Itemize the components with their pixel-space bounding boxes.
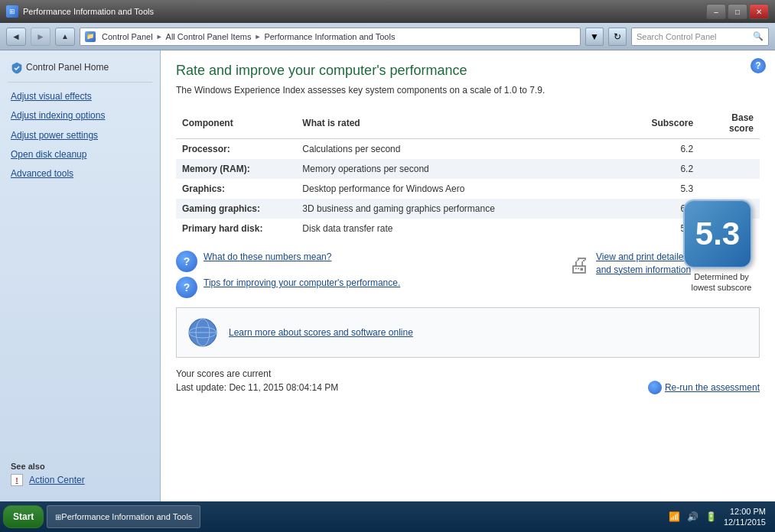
action-center-label: Action Center bbox=[29, 475, 85, 485]
up-button[interactable]: ▲ bbox=[55, 28, 75, 46]
minimize-button[interactable]: – bbox=[706, 4, 726, 19]
sidebar-advanced-tools-label: Advanced tools bbox=[11, 167, 73, 181]
window-icon: ⊞ bbox=[6, 5, 18, 18]
control-panel-home-label: Control Panel Home bbox=[26, 60, 109, 75]
tray-sound-icon[interactable]: 🔊 bbox=[687, 511, 699, 523]
taskbar-item-label: ⊞ bbox=[55, 513, 61, 521]
learn-more-box: Learn more about scores and software onl… bbox=[176, 307, 760, 358]
title-bar: ⊞ Performance Information and Tools – □ … bbox=[0, 0, 775, 23]
score-badge-container: 5.3 Determined by lowest subscore bbox=[683, 200, 760, 294]
sidebar-open-disk-label: Open disk cleanup bbox=[11, 148, 86, 162]
sidebar-adjust-power-label: Adjust power settings bbox=[11, 128, 98, 143]
address-bar: ◄ ► ▲ 📁 Control Panel ► All Control Pane… bbox=[0, 23, 775, 50]
status-section: Your scores are current Last update: Dec… bbox=[176, 367, 760, 394]
globe-icon bbox=[186, 316, 220, 349]
component-processor: Processor: bbox=[176, 139, 296, 160]
performance-table: Component What is rated Subscore Base sc… bbox=[176, 108, 760, 238]
col-basescore: Base score bbox=[699, 108, 760, 139]
component-gaming: Gaming graphics: bbox=[176, 199, 296, 219]
sidebar-open-disk[interactable]: Open disk cleanup bbox=[0, 145, 160, 164]
sidebar-see-also-section: See also ! Action Center bbox=[0, 454, 160, 494]
search-icon: 🔍 bbox=[753, 31, 764, 41]
refresh-button[interactable]: ↻ bbox=[608, 28, 627, 46]
table-row: Gaming graphics: 3D business and gaming … bbox=[176, 199, 760, 219]
breadcrumb-all-items[interactable]: All Control Panel Items bbox=[166, 32, 252, 41]
breadcrumb-arrow-1: ► bbox=[156, 33, 163, 41]
help-icon[interactable]: ? bbox=[751, 58, 766, 73]
close-button[interactable]: ✕ bbox=[749, 4, 769, 19]
folder-icon: 📁 bbox=[85, 31, 96, 42]
what-numbers-link[interactable]: What do these numbers mean? bbox=[204, 251, 331, 264]
tray-battery-icon[interactable]: 🔋 bbox=[705, 511, 718, 523]
status-text: Your scores are current Last update: Dec… bbox=[176, 367, 338, 394]
rerun-label: Re-run the assessment bbox=[665, 382, 760, 393]
search-placeholder: Search Control Panel bbox=[637, 32, 717, 41]
base-score-label: Determined by lowest subscore bbox=[683, 271, 760, 294]
sidebar-adjust-visual[interactable]: Adjust visual effects bbox=[0, 87, 160, 106]
taskbar-tray: 📶 🔊 🔋 12:00 PM 12/11/2015 bbox=[663, 506, 772, 528]
col-subscore: Subscore bbox=[638, 108, 699, 139]
time-display: 12:00 PM bbox=[724, 506, 766, 517]
basescore-graphics bbox=[699, 179, 760, 199]
maximize-button[interactable]: □ bbox=[728, 4, 747, 19]
refresh-icon: ↻ bbox=[614, 31, 621, 42]
search-box[interactable]: Search Control Panel 🔍 bbox=[631, 28, 769, 46]
subscore-graphics: 5.3 bbox=[638, 179, 699, 199]
tips-item: ? Tips for improving your computer's per… bbox=[176, 277, 556, 298]
links-section: ? What do these numbers mean? ? Tips for… bbox=[176, 251, 760, 298]
what-numbers-item: ? What do these numbers mean? bbox=[176, 251, 556, 272]
sidebar-adjust-indexing-label: Adjust indexing options bbox=[11, 109, 105, 123]
dropdown-arrow-icon: ▼ bbox=[590, 31, 599, 42]
component-harddisk: Primary hard disk: bbox=[176, 219, 296, 238]
sidebar-adjust-power[interactable]: Adjust power settings bbox=[0, 126, 160, 145]
date-display: 12/11/2015 bbox=[724, 517, 766, 527]
title-bar-buttons: – □ ✕ bbox=[706, 4, 769, 19]
content-panel: ? Rate and improve your computer's perfo… bbox=[161, 50, 775, 501]
rated-gaming: 3D business and gaming graphics performa… bbox=[296, 199, 638, 219]
rated-graphics: Desktop performance for Windows Aero bbox=[296, 179, 638, 199]
control-panel-home-link[interactable]: Control Panel Home bbox=[0, 58, 160, 77]
action-center-link[interactable]: ! Action Center bbox=[11, 474, 149, 486]
sidebar: Control Panel Home Adjust visual effects… bbox=[0, 50, 161, 501]
subscore-processor: 6.2 bbox=[638, 139, 699, 160]
back-button[interactable]: ◄ bbox=[6, 28, 26, 46]
taskbar-active-item[interactable]: ⊞ Performance Information and Tools bbox=[47, 505, 200, 528]
start-button[interactable]: Start bbox=[3, 505, 44, 528]
sidebar-adjust-visual-label: Adjust visual effects bbox=[11, 89, 92, 104]
basescore-processor bbox=[699, 139, 760, 160]
rated-processor: Calculations per second bbox=[296, 139, 638, 160]
status-current: Your scores are current bbox=[176, 367, 338, 381]
base-score-value: 5.3 bbox=[695, 216, 740, 252]
main-window: Control Panel Home Adjust visual effects… bbox=[0, 50, 775, 501]
taskbar: Start ⊞ Performance Information and Tool… bbox=[0, 501, 775, 532]
breadcrumb-current[interactable]: Performance Information and Tools bbox=[264, 32, 395, 41]
breadcrumb-control-panel[interactable]: Control Panel bbox=[102, 32, 153, 41]
status-last-update: Last update: Dec 11, 2015 08:04:14 PM bbox=[176, 381, 338, 394]
table-row: Memory (RAM): Memory operations per seco… bbox=[176, 159, 760, 179]
title-bar-left: ⊞ Performance Information and Tools bbox=[6, 5, 154, 18]
address-dropdown-button[interactable]: ▼ bbox=[585, 28, 604, 46]
breadcrumb-bar[interactable]: 📁 Control Panel ► All Control Panel Item… bbox=[80, 28, 581, 46]
component-memory: Memory (RAM): bbox=[176, 159, 296, 179]
table-row: Graphics: Desktop performance for Window… bbox=[176, 179, 760, 199]
tips-link[interactable]: Tips for improving your computer's perfo… bbox=[204, 277, 400, 290]
sidebar-advanced-tools[interactable]: Advanced tools bbox=[0, 164, 160, 183]
page-subtitle: The Windows Experience Index assesses ke… bbox=[176, 85, 760, 96]
sidebar-adjust-indexing[interactable]: Adjust indexing options bbox=[0, 106, 160, 125]
shield-icon bbox=[11, 62, 23, 74]
learn-more-link[interactable]: Learn more about scores and software onl… bbox=[229, 327, 413, 338]
clock[interactable]: 12:00 PM 12/11/2015 bbox=[724, 506, 766, 528]
forward-button[interactable]: ► bbox=[31, 28, 50, 46]
page-title: Rate and improve your computer's perform… bbox=[176, 63, 760, 79]
action-center-icon: ! bbox=[11, 474, 23, 486]
title-bar-text: Performance Information and Tools bbox=[23, 7, 154, 16]
table-row: Primary hard disk: Disk data transfer ra… bbox=[176, 219, 760, 238]
rerun-icon bbox=[648, 381, 662, 394]
taskbar-item-text: Performance Information and Tools bbox=[61, 512, 192, 521]
tray-network-icon[interactable]: 📶 bbox=[669, 511, 681, 523]
rerun-link[interactable]: Re-run the assessment bbox=[648, 381, 760, 394]
question-icon-2: ? bbox=[176, 277, 197, 298]
table-row: Processor: Calculations per second 6.2 bbox=[176, 139, 760, 160]
basescore-memory bbox=[699, 159, 760, 179]
breadcrumb-arrow-2: ► bbox=[254, 33, 261, 41]
